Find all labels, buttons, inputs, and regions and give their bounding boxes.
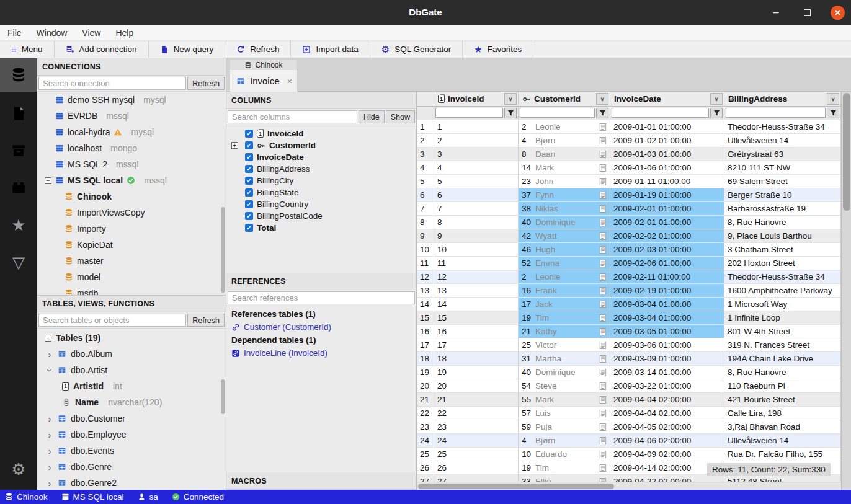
cell-invoicedate[interactable]: 2009-04-06 02:00:00 <box>610 434 724 448</box>
toolbar-favorites-button[interactable]: ★Favorites <box>463 41 533 58</box>
row-number[interactable]: 24 <box>417 434 434 448</box>
row-number[interactable]: 4 <box>417 161 434 175</box>
cell-customerid[interactable]: 40 Dominique <box>519 216 610 229</box>
column-menu-chevron-icon[interactable]: ∨ <box>827 93 839 105</box>
connection-item[interactable]: local-hydra mysql <box>37 124 226 140</box>
row-number[interactable]: 8 <box>417 216 434 229</box>
cell-customerid[interactable]: 54 Steve <box>519 379 610 393</box>
connection-item[interactable]: MS SQL 2 mssql <box>37 156 226 172</box>
cell-invoiceid[interactable]: 7 <box>434 202 519 216</box>
column-check-item[interactable]: ✔ InvoiceDate <box>226 151 416 163</box>
tables-scrollbar[interactable] <box>221 379 225 414</box>
lookup-document-icon[interactable] <box>599 314 607 322</box>
column-check-item[interactable]: ✔ BillingCity <box>226 175 416 187</box>
filter-funnel-icon[interactable] <box>504 108 517 118</box>
cell-billingaddress[interactable]: Theodor-Heuss-Straße 34 <box>724 120 841 134</box>
cell-invoiceid[interactable]: 15 <box>434 311 519 325</box>
row-number[interactable]: 17 <box>417 338 434 352</box>
lookup-document-icon[interactable] <box>599 245 607 254</box>
grid-header-billingaddress[interactable]: BillingAddress ∨ <box>724 92 841 107</box>
cell-customerid[interactable]: 37 Fynn <box>519 188 610 202</box>
checkbox-checked[interactable]: ✔ <box>245 212 253 220</box>
cell-customerid[interactable]: 2 Leonie <box>519 120 610 134</box>
row-number[interactable]: 13 <box>417 284 434 298</box>
cell-customerid[interactable]: 19 Tim <box>519 311 610 325</box>
column-check-item[interactable]: ✔ BillingCountry <box>226 198 416 210</box>
cell-customerid[interactable]: 2 Leonie <box>519 270 610 284</box>
cell-invoiceid[interactable]: 26 <box>434 461 519 475</box>
checkbox-checked[interactable]: ✔ <box>245 177 253 185</box>
row-number[interactable]: 26 <box>417 461 434 475</box>
row-number[interactable]: 9 <box>417 229 434 243</box>
column-check-item[interactable]: ✔ BillingPostalCode <box>226 210 416 222</box>
lookup-document-icon[interactable] <box>599 136 607 145</box>
column-check-item[interactable]: ✔ 1InvoiceId <box>226 128 416 139</box>
cell-invoicedate[interactable]: 2009-02-06 01:00:00 <box>610 257 724 270</box>
connections-search-input[interactable] <box>38 77 186 90</box>
cell-invoiceid[interactable]: 2 <box>434 134 519 148</box>
cell-invoicedate[interactable]: 2009-03-04 01:00:00 <box>610 311 724 325</box>
database-item[interactable]: Chinook <box>37 188 226 205</box>
cell-invoicedate[interactable]: 2009-01-06 01:00:00 <box>610 161 724 175</box>
table-item[interactable]: › dbo.Events <box>37 443 226 459</box>
menu-view[interactable]: View <box>82 28 100 38</box>
chevron-right-icon[interactable]: › <box>46 413 53 424</box>
database-item[interactable]: msdb <box>37 285 226 295</box>
column-check-item[interactable]: ✔ BillingAddress <box>226 163 416 175</box>
cell-invoicedate[interactable]: 2009-02-01 01:00:00 <box>610 216 724 229</box>
minimize-button[interactable]: – <box>769 5 783 20</box>
lookup-document-icon[interactable] <box>599 341 607 350</box>
statusbar-connection-status[interactable]: Connected <box>172 492 224 502</box>
statusbar-server[interactable]: MS SQL local <box>61 492 124 502</box>
row-number[interactable]: 2 <box>417 134 434 148</box>
cell-billingaddress[interactable]: 110 Raeburn Pl <box>724 379 841 393</box>
cell-invoicedate[interactable]: 2009-02-02 01:00:00 <box>610 229 724 243</box>
cell-billingaddress[interactable]: 69 Salem Street <box>724 175 841 188</box>
row-number[interactable]: 6 <box>417 188 434 202</box>
cell-billingaddress[interactable]: Calle Lira, 198 <box>724 407 841 420</box>
cell-invoiceid[interactable]: 8 <box>434 216 519 229</box>
toolbar-new-query-button[interactable]: New query <box>149 41 226 58</box>
cell-customerid[interactable]: 31 Martha <box>519 352 610 366</box>
cell-customerid[interactable]: 38 Niklas <box>519 202 610 216</box>
cell-billingaddress[interactable]: Ullevålsveien 14 <box>724 434 841 448</box>
chevron-right-icon[interactable]: › <box>46 462 53 472</box>
cell-billingaddress[interactable]: 8, Rue Hanovre <box>724 366 841 379</box>
cell-billingaddress[interactable]: Grétrystraat 63 <box>724 148 841 161</box>
cell-billingaddress[interactable]: Theodor-Heuss-Straße 34 <box>724 270 841 284</box>
row-number[interactable]: 10 <box>417 243 434 257</box>
connection-item[interactable]: EVRDB mssql <box>37 108 226 124</box>
cell-customerid[interactable]: 21 Kathy <box>519 325 610 338</box>
cell-invoiceid[interactable]: 20 <box>434 379 519 393</box>
cell-billingaddress[interactable]: 194A Chain Lake Drive <box>724 352 841 366</box>
connections-refresh-button[interactable]: Refresh <box>187 77 225 90</box>
cell-customerid[interactable]: 4 Bjørn <box>519 434 610 448</box>
cell-invoicedate[interactable]: 2009-01-02 01:00:00 <box>610 134 724 148</box>
table-item[interactable]: › dbo.Genre <box>37 459 226 475</box>
cell-customerid[interactable]: 46 Hugh <box>519 243 610 257</box>
lookup-document-icon[interactable] <box>599 205 607 213</box>
cell-invoiceid[interactable]: 5 <box>434 175 519 188</box>
filter-funnel-icon[interactable] <box>596 108 608 118</box>
cell-billingaddress[interactable]: Rua Dr. Falcão Filho, 155 <box>724 448 841 461</box>
row-number[interactable]: 23 <box>417 420 434 434</box>
cell-billingaddress[interactable]: 801 W 4th Street <box>724 325 841 338</box>
column-menu-chevron-icon[interactable]: ∨ <box>710 93 723 105</box>
cell-invoicedate[interactable]: 2009-03-05 01:00:00 <box>610 325 724 338</box>
database-item[interactable]: ImportViewsCopy <box>37 205 226 221</box>
lookup-document-icon[interactable] <box>599 218 607 227</box>
cell-invoiceid[interactable]: 9 <box>434 229 519 243</box>
grid-header-invoicedate[interactable]: InvoiceDate ∨ <box>610 92 724 107</box>
lookup-document-icon[interactable] <box>599 396 607 404</box>
maximize-button[interactable] <box>800 5 814 20</box>
toolbar-sql-generator-button[interactable]: ⚙SQL Generator <box>370 41 463 58</box>
collapse-icon[interactable]: − <box>45 177 51 184</box>
cell-invoicedate[interactable]: 2009-01-11 01:00:00 <box>610 175 724 188</box>
row-number[interactable]: 22 <box>417 407 434 420</box>
checkbox-checked[interactable]: ✔ <box>245 200 253 208</box>
cell-billingaddress[interactable]: 9, Place Louis Barthou <box>724 229 841 243</box>
lookup-document-icon[interactable] <box>599 300 607 309</box>
cell-invoiceid[interactable]: 24 <box>434 434 519 448</box>
column-item[interactable]: Name nvarchar(120) <box>37 394 226 410</box>
chevron-down-icon[interactable]: › <box>45 366 55 374</box>
